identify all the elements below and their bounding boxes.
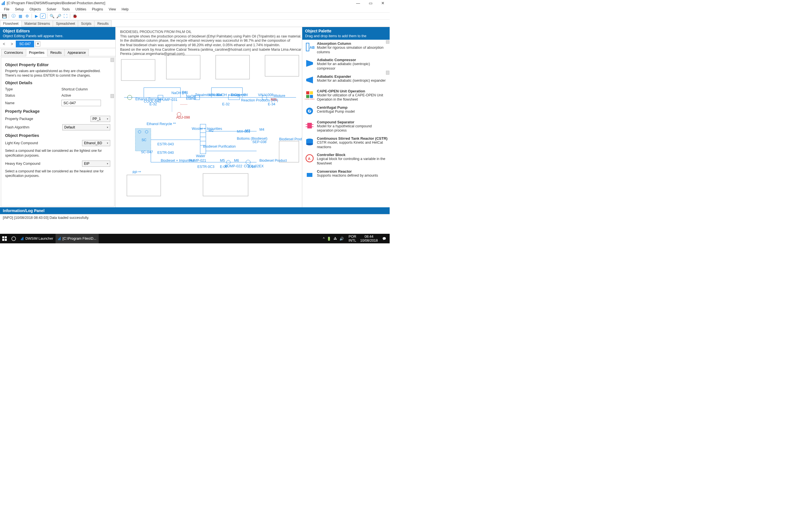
lk-select[interactable]: Ethanol_BD [82, 140, 110, 146]
tray-clock[interactable]: 08:4410/08/2018 [358, 235, 379, 243]
task-dwsim-app[interactable]: [C:\Program Files\D... [56, 234, 99, 243]
object-editors-panel: Object Editors Object Editing Panels wil… [0, 27, 116, 207]
nav-back[interactable]: < [0, 42, 8, 46]
close-button[interactable]: ✕ [377, 0, 389, 6]
property-editor-body: Object Property Editor Property values a… [1, 57, 114, 207]
svg-text:M4: M4 [259, 128, 264, 131]
start-button[interactable] [0, 234, 9, 243]
palette-title: Object Palette [305, 29, 387, 33]
svg-text:Mioture: Mioture [273, 94, 285, 98]
menu-file[interactable]: File [1, 7, 12, 12]
tab-appearance[interactable]: Appearance [64, 49, 89, 56]
svg-text:PUMP-021: PUMP-021 [189, 159, 206, 163]
toolbar: 💾 ⓘ ▦ ⚙ ▶ ✓ 🔍 🔎 ⛶ 🐞 [0, 12, 390, 20]
save-icon[interactable]: 💾 [1, 13, 7, 19]
svg-text:M3: M3 [245, 129, 250, 133]
task-dwsim-launcher[interactable]: DWSIM Launcher [18, 234, 56, 243]
tab-scripts[interactable]: Scripts [78, 20, 94, 27]
svg-point-91 [12, 237, 16, 240]
grid-icon[interactable]: ▦ [17, 13, 23, 19]
pump-icon: P [304, 105, 315, 117]
flowsheet-canvas[interactable]: BIODIESEL PRODUCTION FROM PALM OIL This … [116, 27, 302, 207]
bug-icon[interactable]: 🐞 [71, 13, 78, 19]
zoom-out-icon[interactable]: 🔎 [56, 13, 62, 19]
hk-help: Select a compound that will be considere… [5, 169, 110, 178]
maximize-button[interactable]: ▭ [364, 0, 377, 6]
palette-list[interactable]: AB Absorption ColumnModel for rigorous s… [302, 40, 390, 207]
cortana-button[interactable] [9, 234, 18, 243]
tray-lang[interactable]: PORINTL [347, 235, 358, 243]
nav-fwd[interactable]: > [8, 42, 16, 46]
palette-item-absorption[interactable]: AB Absorption ColumnModel for rigorous s… [302, 40, 390, 56]
editor-scrollbar[interactable] [110, 58, 114, 62]
zoom-fit-icon[interactable]: ⛶ [62, 13, 68, 19]
tab-spreadsheet[interactable]: Spreadsheet [53, 20, 78, 27]
taskbar: DWSIM Launcher [C:\Program Files\D... ^🔋… [0, 234, 390, 243]
type-value: Shortcut Column [61, 87, 110, 91]
menu-tools[interactable]: Tools [59, 7, 72, 12]
play-icon[interactable]: ▶ [33, 13, 40, 19]
menu-plugins[interactable]: Plugins [89, 7, 106, 12]
object-tab-sc047[interactable]: SC-047 [16, 41, 34, 47]
chevron-up-icon[interactable]: ^ [323, 237, 324, 241]
svg-text:PUMP-022: PUMP-022 [225, 164, 242, 168]
status-label: Status [5, 94, 61, 98]
svg-rect-0 [121, 59, 155, 80]
menu-setup[interactable]: Setup [12, 7, 27, 12]
menubar: File Setup Objects Solver Tools Utilitie… [0, 6, 390, 12]
svg-rect-86 [307, 173, 312, 177]
name-input[interactable] [61, 100, 101, 106]
menu-utilities[interactable]: Utilities [72, 7, 89, 12]
palette-item-cstr[interactable]: Continuous Stirred Tank Reactor (CSTR)CS… [302, 135, 390, 151]
minimize-button[interactable]: — [352, 0, 364, 6]
palette-item-compressor[interactable]: Adiabatic CompressorModel for an adiabat… [302, 56, 390, 72]
palette-item-conversion[interactable]: Conversion ReactorSupports reactions def… [302, 168, 390, 182]
svg-rect-2 [216, 55, 250, 79]
svg-text:RP **: RP ** [133, 170, 141, 174]
check-icon[interactable]: ✓ [40, 13, 46, 18]
palette-item-capeopen[interactable]: CAPE-OPEN CAPE-OPEN Unit OperationModel … [302, 87, 390, 104]
menu-help[interactable]: Help [119, 7, 132, 12]
palette-item-expander[interactable]: Adiabatic ExpanderModel for an adiabatic… [302, 73, 390, 87]
svg-rect-76 [310, 95, 313, 98]
pkg-select[interactable]: PP_1 [91, 116, 110, 122]
tab-results-ed[interactable]: Results [47, 49, 64, 56]
svg-text:Biodiesel Product: Biodiesel Product [279, 137, 302, 141]
svg-text:SC: SC [142, 138, 146, 142]
menu-objects[interactable]: Objects [27, 7, 44, 12]
notifications-icon[interactable]: 💬 [380, 234, 389, 243]
volume-icon[interactable]: 🔊 [340, 237, 344, 241]
menu-solver[interactable]: Solver [44, 7, 59, 12]
palette-item-pump[interactable]: P Centrifugal PumpCentrifugal Pump model [302, 104, 390, 118]
tab-results[interactable]: Results [94, 20, 112, 27]
editor-help: Property values are updated/stored as th… [5, 69, 110, 78]
menu-view[interactable]: View [106, 7, 119, 12]
object-tab-close[interactable]: ✕ [35, 41, 40, 47]
tray-icons[interactable]: ^🔋🖧🔊 [320, 237, 346, 241]
lk-help: Select a compound that will be considere… [5, 149, 110, 158]
svg-text:E41: E41 [182, 91, 188, 94]
info-icon[interactable]: ⓘ [10, 13, 17, 19]
tab-flowsheet[interactable]: Flowsheet [0, 20, 22, 27]
zoom-in-icon[interactable]: 🔍 [49, 13, 55, 19]
details-heading: Object Details [5, 80, 110, 85]
palette-scrollbar2[interactable] [386, 71, 389, 75]
hk-select[interactable]: EtP [82, 161, 110, 167]
palette-scrollbar[interactable] [386, 40, 389, 44]
svg-text:PUMP-031: PUMP-031 [160, 98, 177, 102]
palette-item-controller[interactable]: A Controller BlockLogical block for cont… [302, 151, 390, 167]
absorption-icon: AB [304, 41, 315, 53]
palette-item-separator[interactable]: Compound SeparatorModel for a hypothetic… [302, 118, 390, 135]
svg-rect-28 [203, 173, 248, 196]
svg-marker-72 [306, 76, 313, 83]
tab-material-streams[interactable]: Material Streams [21, 20, 53, 27]
flowsheet-diagram: SC SC-047 COOL-02EX PUMP-022 ADJ-098 [116, 27, 302, 207]
flash-select[interactable]: Default [62, 124, 110, 130]
battery-icon[interactable]: 🔋 [327, 237, 331, 241]
editor-scrollbar-right[interactable] [110, 94, 114, 98]
tab-connections[interactable]: Connections [1, 49, 26, 56]
sliders-icon[interactable]: ⚙ [24, 13, 30, 19]
network-icon[interactable]: 🖧 [334, 237, 337, 241]
svg-text:SC-047: SC-047 [141, 150, 153, 154]
tab-properties[interactable]: Properties [26, 49, 48, 56]
